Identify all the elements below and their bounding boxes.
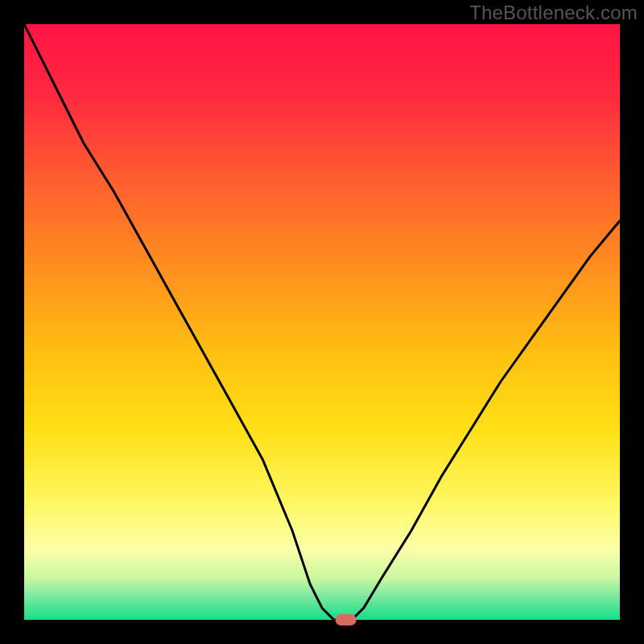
watermark-label: TheBottleneck.com [469,2,638,24]
bottleneck-chart [0,0,644,644]
plot-background [24,24,620,620]
chart-container: TheBottleneck.com [0,0,644,644]
optimal-marker [336,614,357,625]
